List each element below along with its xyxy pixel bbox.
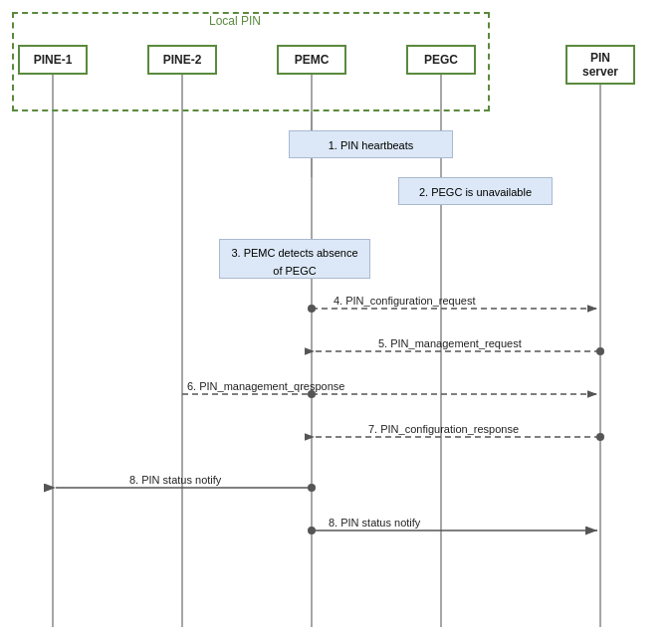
arrow-label-8b: 8. PIN status notify <box>329 517 420 529</box>
participant-pemc: PEMC <box>277 45 346 75</box>
arrow-label-7: 7. PIN_configuration_response <box>368 423 519 435</box>
svg-point-14 <box>596 347 604 355</box>
svg-point-20 <box>308 484 316 492</box>
local-pin-label: Local PIN <box>209 14 261 28</box>
arrow-label-4: 4. PIN_configuration_request <box>334 295 475 307</box>
svg-point-22 <box>308 527 316 534</box>
participant-pegc: PEGC <box>406 45 476 75</box>
msg-box-2: 2. PEGC is unavailable <box>398 177 553 205</box>
svg-point-12 <box>308 305 316 313</box>
participant-pinserver: PINserver <box>565 45 635 85</box>
svg-point-18 <box>596 433 604 441</box>
arrow-label-5: 5. PIN_management_request <box>378 337 522 349</box>
participant-pine2: PINE-2 <box>147 45 217 75</box>
sequence-diagram: Local PIN PINE-1 PINE-2 PEMC PEGC PINser… <box>0 0 672 637</box>
msg-box-1: 1. PIN heartbeats <box>289 130 453 158</box>
participant-pine1: PINE-1 <box>18 45 88 75</box>
arrow-label-6: 6. PIN_management_qresponse <box>187 380 344 392</box>
arrow-label-8a: 8. PIN status notify <box>129 474 221 486</box>
msg-box-3: 3. PEMC detects absenceof PEGC <box>219 239 370 279</box>
